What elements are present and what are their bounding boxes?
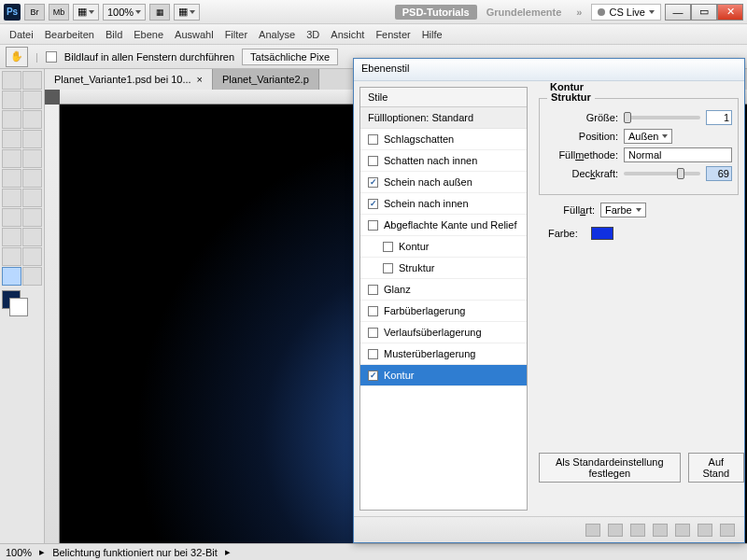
style-checkbox[interactable] [368, 134, 378, 145]
style-checkbox[interactable] [368, 349, 378, 359]
style-item-6[interactable]: Struktur [360, 258, 527, 279]
color-swatches[interactable] [2, 290, 42, 316]
style-checkbox[interactable] [368, 156, 378, 166]
tool-eraser[interactable] [2, 169, 21, 188]
style-checkbox[interactable] [368, 371, 378, 381]
tool-hand[interactable] [2, 267, 21, 286]
tool-type[interactable] [22, 208, 42, 227]
maximize-button[interactable]: ▭ [691, 4, 717, 21]
menu-filter[interactable]: Filter [225, 29, 247, 40]
style-item-11[interactable]: Kontur [360, 365, 527, 386]
tool-shape[interactable] [22, 228, 42, 246]
actual-pixels-button[interactable]: Tatsächliche Pixe [242, 49, 338, 65]
color-swatch[interactable] [591, 227, 613, 240]
tool-marquee[interactable] [22, 71, 42, 90]
tool-path[interactable] [2, 228, 21, 246]
trash-icon[interactable] [720, 524, 735, 537]
style-item-10[interactable]: Musterüberlagerung [360, 343, 527, 365]
bridge-button[interactable]: Br [24, 4, 45, 21]
style-list-header[interactable]: Stile [360, 88, 527, 107]
workspace-more[interactable]: » [571, 7, 587, 18]
tool-history[interactable] [22, 149, 42, 168]
view-extras-button[interactable]: ▦ [149, 4, 170, 21]
zoom-dropdown[interactable]: 100% [103, 4, 146, 21]
style-checkbox[interactable] [368, 306, 378, 316]
status-zoom[interactable]: 100% [6, 547, 32, 558]
reset-button[interactable]: Auf Stand [688, 453, 744, 483]
minibridge-button[interactable]: Mb [49, 4, 69, 21]
struct-legend: Struktur [547, 91, 595, 103]
tool-dodge[interactable] [22, 189, 42, 207]
fill-options[interactable]: Füllloptionen: Standard [360, 107, 527, 129]
tool-gradient[interactable] [22, 169, 42, 188]
style-item-5[interactable]: Kontur [360, 236, 527, 258]
mask-icon[interactable] [630, 524, 645, 537]
style-checkbox[interactable] [383, 242, 393, 252]
close-icon[interactable]: × [197, 74, 203, 85]
style-item-8[interactable]: Farbüberlagerung [360, 301, 527, 322]
menu-ebene[interactable]: Ebene [134, 29, 163, 40]
style-checkbox[interactable] [368, 285, 378, 295]
screen-mode-dropdown[interactable]: ▦ [73, 4, 99, 21]
menu-ansicht[interactable]: Ansicht [331, 29, 364, 40]
menu-hilfe[interactable]: Hilfe [422, 29, 443, 40]
tool-move[interactable] [2, 71, 21, 90]
style-checkbox[interactable] [368, 220, 378, 231]
style-item-7[interactable]: Glanz [360, 279, 527, 301]
position-dropdown[interactable]: Außen [624, 129, 672, 144]
link-icon[interactable] [585, 524, 600, 537]
doc-tab-2[interactable]: Planet_Variante2.p [213, 69, 319, 90]
workspace-active[interactable]: PSD-Tutorials [395, 5, 477, 20]
cslive-button[interactable]: CS Live [591, 4, 661, 21]
tool-wand[interactable] [22, 91, 42, 109]
minimize-button[interactable]: — [665, 4, 691, 21]
size-slider[interactable] [624, 116, 700, 119]
fillmode-dropdown[interactable]: Normal [624, 147, 732, 162]
menu-fenster[interactable]: Fenster [375, 29, 410, 40]
menu-bearbeiten[interactable]: Bearbeiten [45, 29, 94, 40]
menu-datei[interactable]: Datei [9, 29, 34, 40]
tool-heal[interactable] [2, 130, 21, 148]
style-item-3[interactable]: Schein nach innen [360, 193, 527, 215]
current-tool-icon[interactable]: ✋ [6, 47, 28, 67]
fx-icon[interactable] [608, 524, 623, 537]
style-checkbox[interactable] [368, 177, 378, 188]
style-checkbox[interactable] [383, 263, 393, 273]
size-input[interactable] [706, 110, 732, 125]
background-swatch[interactable] [9, 298, 28, 316]
menu-3d[interactable]: 3D [306, 29, 319, 40]
new-icon[interactable] [698, 524, 712, 537]
doc-tab-1[interactable]: Planet_Variante1.psd bei 10...× [45, 69, 213, 90]
tool-brush[interactable] [22, 130, 42, 148]
set-default-button[interactable]: Als Standardeinstellung festlegen [539, 453, 681, 483]
tool-3d[interactable] [2, 247, 21, 266]
style-checkbox[interactable] [368, 328, 378, 338]
style-item-2[interactable]: Schein nach außen [360, 172, 527, 193]
workspace-other[interactable]: Grundelemente [481, 7, 568, 18]
tool-lasso[interactable] [2, 91, 21, 109]
adjust-icon[interactable] [653, 524, 668, 537]
style-item-4[interactable]: Abgeflachte Kante und Relief [360, 215, 527, 236]
tool-crop[interactable] [2, 110, 21, 129]
style-item-9[interactable]: Verlaufsüberlagerung [360, 322, 527, 343]
menu-bild[interactable]: Bild [106, 29, 122, 40]
arrange-dropdown[interactable]: ▦ [174, 4, 200, 21]
opacity-input[interactable] [706, 166, 732, 181]
scroll-all-checkbox[interactable] [46, 51, 57, 63]
menu-auswahl[interactable]: Auswahl [175, 29, 214, 40]
style-checkbox[interactable] [368, 199, 378, 209]
tool-eyedropper[interactable] [22, 110, 42, 129]
group-icon[interactable] [675, 524, 690, 537]
style-item-0[interactable]: Schlagschatten [360, 129, 527, 150]
menu-analyse[interactable]: Analyse [259, 29, 295, 40]
tool-3dcam[interactable] [22, 247, 42, 266]
tool-pen[interactable] [2, 208, 21, 227]
tool-stamp[interactable] [2, 149, 21, 168]
opacity-slider[interactable] [624, 172, 700, 175]
tool-blur[interactable] [2, 189, 21, 207]
close-button[interactable]: ✕ [717, 4, 743, 21]
fillart-dropdown[interactable]: Farbe [600, 203, 646, 217]
dialog-title[interactable]: Ebenenstil [354, 59, 744, 81]
style-item-1[interactable]: Schatten nach innen [360, 150, 527, 172]
tool-zoom[interactable] [22, 267, 42, 286]
